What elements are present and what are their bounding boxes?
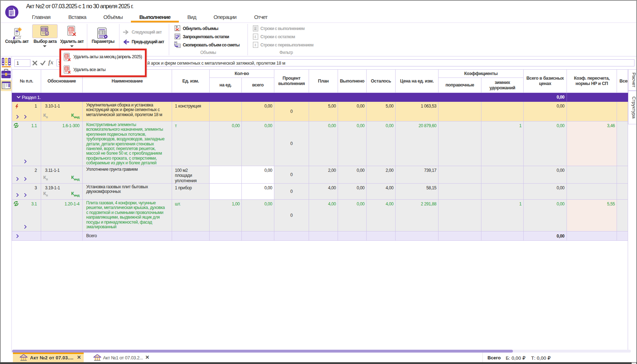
svg-text:Σ: Σ [255, 43, 257, 47]
svg-text:-Σ: -Σ [254, 35, 257, 39]
svg-text:0: 0 [176, 25, 178, 29]
svg-text:Σ: Σ [254, 27, 256, 30]
